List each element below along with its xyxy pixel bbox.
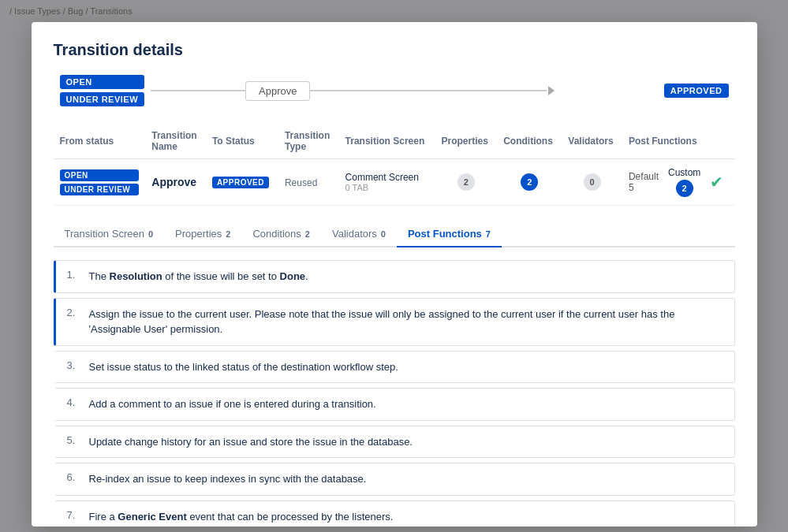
table-row: OPEN UNDER REVIEW Approve APPROVED Reuse… [54,159,735,206]
flow-arrow [548,86,555,95]
tab-validators-count: 0 [381,229,386,239]
pf-num-5: 5. [67,434,89,446]
col-from-status: From status [54,125,146,159]
flow-line-right [310,90,547,91]
pf-text-5: Update change history for an issue and s… [89,434,413,450]
default-block: Default 5 [629,171,659,193]
tab-post-functions-label: Post Functions [408,228,482,240]
pf-text-4: Add a comment to an issue if one is ente… [89,396,376,412]
post-functions-list: 1. The Resolution of the issue will be s… [54,260,735,526]
tab-validators-label: Validators [332,228,377,240]
modal-title: Transition details [54,41,735,59]
tab-validators[interactable]: Validators 0 [321,221,397,247]
tab-conditions[interactable]: Conditions 2 [241,221,321,247]
pf-num-3: 3. [67,359,89,371]
pf-item-5: 5. Update change history for an issue an… [54,426,735,459]
transition-name-label: Approve [151,176,196,188]
pf-text-6: Re-index an issue to keep indexes in syn… [89,471,367,487]
pf-item-4: 4. Add a comment to an issue if one is e… [54,388,735,421]
pf-bold-resolution: Resolution [110,270,162,282]
tab-properties-label: Properties [175,228,222,240]
custom-label: Custom [668,167,700,178]
workflow-diagram: OPEN UNDER REVIEW Approve APPROVED [54,75,735,106]
col-transition-type: TransitionType [278,125,339,159]
from-status-stack: OPEN UNDER REVIEW [60,75,145,106]
flow-line-left [151,90,245,91]
pf-bold-generic-event: Generic Event [118,511,186,523]
tab-post-functions-count: 7 [486,229,491,239]
cell-post-functions: Default 5 Custom 2 ✔ [622,159,735,206]
transition-flow-box: Approve [245,81,310,101]
modal-overlay: Transition details OPEN UNDER REVIEW App… [0,0,788,532]
col-properties: Properties [435,125,497,159]
pf-item-7: 7. Fire a Generic Event event that can b… [54,500,735,527]
default-label: Default [629,171,659,182]
default-count: 5 [629,182,659,193]
tab-transition-screen-count: 0 [148,229,153,239]
col-conditions: Conditions [497,125,562,159]
pf-text-7: Fire a Generic Event event that can be p… [89,509,394,525]
pf-num-7: 7. [67,509,89,521]
to-status-badge: APPROVED [212,177,269,188]
pf-item-3: 3. Set issue status to the linked status… [54,351,735,384]
pf-num-2: 2. [67,307,89,318]
tab-conditions-label: Conditions [252,228,301,240]
conditions-count-badge: 2 [521,173,538,191]
custom-block: Custom 2 [668,167,700,197]
status-approved-badge: APPROVED [664,84,729,98]
tab-conditions-count: 2 [305,229,310,239]
pf-num-1: 1. [67,269,89,281]
tab-properties-count: 2 [226,229,230,239]
tab-properties[interactable]: Properties 2 [164,221,241,247]
pf-item-6: 6. Re-index an issue to keep indexes in … [54,463,735,496]
cell-properties: 2 [435,159,497,206]
screen-name: Comment Screen [345,172,429,183]
status-under-review-badge: UNDER REVIEW [60,92,145,106]
check-icon: ✔ [710,173,723,192]
pf-num-4: 4. [67,396,89,408]
screen-sub: 0 TAB [345,183,429,192]
tab-transition-screen[interactable]: Transition Screen 0 [54,221,165,247]
col-transition-screen: Transition Screen [339,125,435,159]
badge-under-review: UNDER REVIEW [60,184,140,195]
cell-to-status: APPROVED [206,159,278,206]
cell-from-status: OPEN UNDER REVIEW [54,159,146,206]
pf-text-1: The Resolution of the issue will be set … [89,269,308,285]
properties-count-badge: 2 [457,173,475,191]
col-transition-name: TransitionName [145,125,206,159]
validators-count-badge: 0 [584,173,601,191]
pf-bold-done: Done [280,270,306,282]
cell-transition-name: Approve [145,159,206,206]
cell-type: Reused [278,159,339,206]
tab-transition-screen-label: Transition Screen [65,228,144,240]
transition-details-modal: Transition details OPEN UNDER REVIEW App… [32,22,757,526]
transition-table: From status TransitionName To Status Tra… [54,125,735,206]
pf-item-1: 1. The Resolution of the issue will be s… [54,260,735,293]
cell-validators: 0 [562,159,622,206]
tabs-bar: Transition Screen 0 Properties 2 Conditi… [54,221,735,247]
cell-screen: Comment Screen 0 TAB [339,159,435,206]
col-post-functions: Post Functions [622,125,735,159]
tab-post-functions[interactable]: Post Functions 7 [397,221,502,247]
pf-text-3: Set issue status to the linked status of… [89,359,398,375]
pf-item-2: 2. Assign the issue to the current user.… [54,298,735,346]
col-validators: Validators [562,125,622,159]
cell-conditions: 2 [497,159,562,206]
pf-text-2: Assign the issue to the current user. Pl… [89,307,723,337]
badge-open: OPEN [60,169,140,181]
custom-count-badge: 2 [676,180,693,197]
col-to-status: To Status [206,125,278,159]
type-label: Reused [285,177,317,188]
pf-num-6: 6. [67,471,89,483]
status-open-badge: OPEN [60,75,145,89]
